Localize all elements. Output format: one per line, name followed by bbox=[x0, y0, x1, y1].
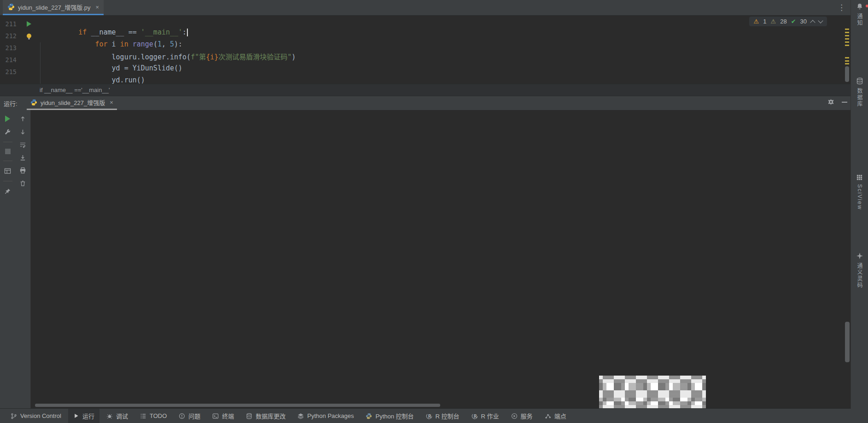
vertical-scrollbar[interactable] bbox=[845, 322, 850, 362]
toolbar-python-console[interactable]: Python 控制台 bbox=[361, 409, 419, 423]
console-row bbox=[35, 380, 851, 393]
strip-tab-notifications[interactable]: 通知 bbox=[851, 3, 868, 26]
toolbar-version-control[interactable]: Version Control bbox=[6, 409, 66, 423]
right-tool-strip: 通知 数据库 SciView 通义灵码 bbox=[851, 0, 868, 409]
console-row: 滑块移动距离为:261,滑块图向右移动的距离为:77.1891,滑块图片旋转的角… bbox=[35, 278, 851, 291]
toolbar-run[interactable]: 运行 bbox=[68, 409, 99, 423]
horizontal-scrollbar[interactable] bbox=[35, 404, 440, 407]
notification-badge bbox=[866, 5, 868, 7]
tool-window-bar: Version Control 运行 调试 TODO 问题 终端 数据库更改 bbox=[0, 408, 868, 423]
svg-text:R: R bbox=[473, 413, 477, 418]
run-tool-window: yidun_slide_227_增强版.py 2024-09-09 16:21:… bbox=[0, 110, 851, 409]
console-row: {"data":{"result":true,"zoneId":"CN31","… bbox=[35, 304, 851, 317]
toolbar-todo[interactable]: TODO bbox=[135, 409, 172, 423]
censored-region bbox=[599, 376, 706, 408]
gutter-icon-slot[interactable] bbox=[21, 34, 37, 38]
more-options-icon[interactable]: ⋮ bbox=[838, 2, 845, 13]
console-output[interactable]: yidun_slide_227_增强版.py 2024-09-09 16:21:… bbox=[31, 110, 851, 409]
error-stripe[interactable] bbox=[845, 16, 850, 84]
up-stack-trace-icon[interactable] bbox=[19, 116, 26, 122]
restore-layout-icon[interactable] bbox=[4, 168, 11, 174]
console-row: 2024-09-09 16:22:21.005 | INFO | __main_… bbox=[35, 253, 851, 266]
toolbar-terminal[interactable]: 终端 bbox=[207, 409, 239, 423]
bell-icon bbox=[856, 3, 863, 10]
console-row: 进程已结束,退出代码0 bbox=[35, 392, 851, 405]
file-tab[interactable]: yidun_slide_227_增强版.py × bbox=[3, 0, 104, 15]
toolbar-debug[interactable]: 调试 bbox=[101, 409, 133, 423]
console-row: 滑块验证结果为: __JSONP_9o3llqb_1( bbox=[35, 228, 851, 241]
line-number: 212 bbox=[0, 32, 21, 40]
clear-all-icon[interactable] bbox=[19, 180, 26, 187]
console-row: attrs值为: 0.6077292872697235 清输入滑块移动的距离(p… bbox=[35, 266, 851, 278]
console-row: 滑块移动距离为:247,滑块图向右移动的距离为:73.1672,滑块图片旋转的角… bbox=[35, 215, 851, 228]
toolbar-r-console[interactable]: R R 控制台 bbox=[421, 409, 465, 423]
editor-tab-bar: yidun_slide_227_增强版.py × ⋮ bbox=[0, 0, 851, 16]
wrench-icon[interactable] bbox=[4, 128, 11, 135]
toolbar-python-packages[interactable]: Python Packages bbox=[292, 409, 359, 423]
python-file-icon bbox=[7, 3, 15, 11]
console-row: 滑块验证结果为: __JSONP_nvff2t6_1( bbox=[35, 354, 851, 367]
rerun-icon[interactable] bbox=[5, 116, 10, 122]
print-icon[interactable] bbox=[19, 167, 26, 174]
strip-tab-database[interactable]: 数据库 bbox=[851, 77, 868, 107]
console-row: 滑块移动距离为:244,滑块图向右移动的距离为:72.2391,滑块图片旋转的角… bbox=[35, 342, 851, 354]
close-icon[interactable]: × bbox=[110, 99, 113, 106]
lingma-icon bbox=[856, 252, 863, 260]
strip-tab-lingma[interactable]: 通义灵码 bbox=[851, 252, 868, 289]
console-row: {"data":{"result":true,"zoneId":"CN31","… bbox=[35, 367, 851, 380]
close-icon[interactable]: × bbox=[96, 4, 99, 11]
console-row: attrs值为: -0.7856190830611278 清输入滑块移动的距离(… bbox=[35, 329, 851, 342]
soft-wrap-icon[interactable] bbox=[19, 141, 26, 148]
console-row: 滑块验证结果为: __JSONP_lom13jh_1( bbox=[35, 291, 851, 304]
toolbar-endpoints[interactable]: 端点 bbox=[540, 409, 571, 423]
weak-warning-icon: ⚠ bbox=[771, 18, 776, 25]
console-row: 滑块移动距离为:276,滑块图向右移动的距离为:79.5094,滑块图片旋转的角… bbox=[35, 152, 851, 165]
run-panel-label: 运行: bbox=[4, 99, 17, 108]
run-tab[interactable]: yidun_slide_227_增强版 × bbox=[27, 96, 117, 110]
console-row: 2024-09-09 16:22:37.929 | INFO | __main_… bbox=[35, 316, 851, 329]
console-row: 2024-09-09 16:21:58.897 | INFO | __main_… bbox=[35, 190, 851, 203]
console-row: attrs值为: -0.8815092694033131 清输入滑块移动的距离(… bbox=[35, 203, 851, 215]
gutter-icon-slot[interactable] bbox=[21, 21, 37, 27]
toolbar-database-changes[interactable]: 数据库更改 bbox=[241, 409, 291, 423]
indent-guide bbox=[40, 42, 41, 84]
line-number: 211 bbox=[0, 20, 21, 28]
ide-window: yidun_slide_227_增强版.py × ⋮ 211 if __name… bbox=[0, 0, 868, 423]
settings-gear-icon[interactable] bbox=[827, 99, 834, 105]
prev-problem-icon[interactable] bbox=[810, 20, 815, 25]
grid-icon bbox=[856, 174, 863, 181]
toolbar-problems[interactable]: 问题 bbox=[174, 409, 205, 423]
stop-icon[interactable] bbox=[5, 149, 11, 154]
run-toolbar bbox=[0, 110, 15, 409]
toolbar-services[interactable]: 服务 bbox=[506, 409, 538, 423]
editor[interactable]: 211 if __name__ == '__main__': 212 for i… bbox=[0, 16, 851, 84]
breadcrumb-item[interactable]: if __name__ =='__main__' bbox=[40, 87, 110, 93]
down-stack-trace-icon[interactable] bbox=[19, 128, 26, 135]
toolbar-r-jobs[interactable]: R R 作业 bbox=[466, 409, 504, 423]
line-number: 215 bbox=[0, 68, 21, 75]
warning-count: 28 bbox=[780, 18, 786, 25]
run-panel-header: 运行: yidun_slide_227_增强版 × bbox=[0, 96, 851, 110]
inspections-widget[interactable]: ⚠ 1 ⚠ 28 ✔ 30 bbox=[749, 17, 827, 26]
hide-panel-icon[interactable] bbox=[842, 102, 847, 103]
strip-tab-sciview[interactable]: SciView bbox=[851, 174, 868, 210]
console-row: {"data":{"result":true,"zoneId":"CN31","… bbox=[35, 240, 851, 253]
pin-icon[interactable] bbox=[4, 188, 11, 195]
editor-scrollbar-thumb[interactable] bbox=[845, 66, 849, 82]
line-number: 214 bbox=[0, 56, 21, 64]
check-icon: ✔ bbox=[791, 18, 796, 25]
next-problem-icon[interactable] bbox=[818, 18, 823, 23]
svg-text:R: R bbox=[428, 413, 431, 418]
console-row: 2024-09-09 16:21:42.952 | INFO | __main_… bbox=[35, 127, 851, 139]
console-row: attrs值为: 0.6814545314130361 清输入滑块移动的距离(p… bbox=[35, 139, 851, 152]
breadcrumb[interactable]: if __name__ =='__main__' bbox=[0, 84, 851, 96]
console-toolbar bbox=[15, 110, 31, 409]
database-icon bbox=[856, 77, 863, 85]
python-run-icon bbox=[30, 99, 37, 106]
scroll-to-end-icon[interactable] bbox=[19, 154, 26, 161]
warning-icon: ⚠ bbox=[754, 18, 759, 25]
code-area: 211 if __name__ == '__main__': 212 for i… bbox=[0, 16, 851, 78]
line-number: 213 bbox=[0, 44, 21, 52]
console-row: yidun_slide_227_增强版.py bbox=[35, 114, 851, 127]
code-line: 215 yd.run() bbox=[0, 66, 851, 78]
